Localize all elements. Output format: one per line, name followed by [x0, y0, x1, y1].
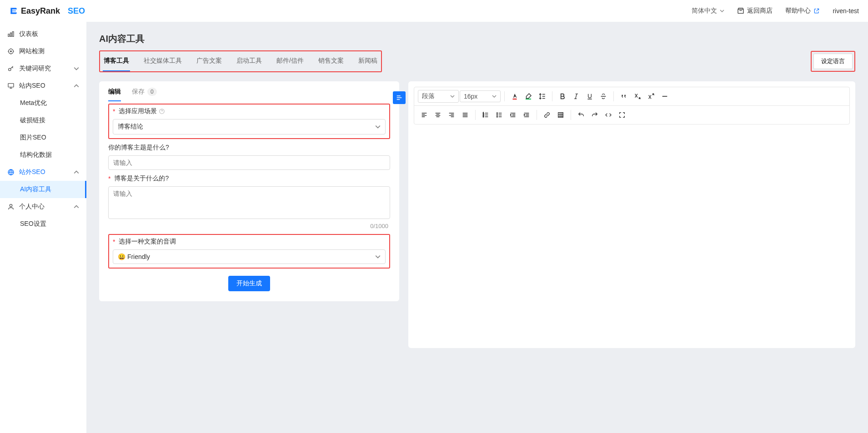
- logo-icon: [9, 6, 18, 15]
- ordered-list-icon[interactable]: 123: [479, 109, 492, 121]
- unordered-list-icon[interactable]: [493, 109, 506, 121]
- nav-keyword-label: 关键词研究: [19, 65, 51, 73]
- header-help[interactable]: 帮助中心: [785, 7, 820, 15]
- tab-launch[interactable]: 启动工具: [236, 53, 263, 71]
- nav-structured[interactable]: 结构化数据: [0, 146, 86, 164]
- form-tab-edit[interactable]: 编辑: [108, 88, 121, 101]
- svg-point-6: [9, 68, 11, 70]
- nav-broken[interactable]: 破损链接: [0, 112, 86, 129]
- header: EasyRank SEO 简体中文 返回商店 帮助中心 riven-test: [0, 0, 868, 22]
- nav-onsite-seo[interactable]: 站内SEO: [0, 77, 86, 95]
- tone-value: 😀 Friendly: [118, 253, 150, 260]
- nav-keyword[interactable]: 关键词研究: [0, 60, 86, 77]
- chevron-down-icon: [375, 254, 381, 259]
- set-language-button[interactable]: 设定语言: [813, 54, 853, 69]
- redo-icon[interactable]: [588, 109, 601, 121]
- align-left-icon[interactable]: [418, 109, 431, 121]
- nav-profile-label: 个人中心: [19, 203, 45, 211]
- chevron-down-icon: [492, 94, 497, 99]
- external-link-icon: [813, 8, 820, 14]
- nav-ai-tool[interactable]: AI内容工具: [0, 181, 86, 198]
- nav-onsite-label: 站内SEO: [19, 82, 45, 90]
- highlight-color-icon[interactable]: [522, 90, 535, 103]
- chevron-up-icon: [74, 83, 79, 89]
- header-back-store[interactable]: 返回商店: [737, 7, 773, 15]
- svg-rect-0: [738, 10, 743, 14]
- bold-icon[interactable]: [556, 90, 569, 103]
- tab-press[interactable]: 新闻稿: [357, 53, 378, 71]
- main: AI内容工具 博客工具 社交媒体工具 广告文案 启动工具 邮件/信件 销售文案 …: [86, 22, 868, 433]
- nav-offsite-seo[interactable]: 站外SEO: [0, 164, 86, 181]
- nav-site-check[interactable]: 网站检测: [0, 43, 86, 60]
- tab-blog[interactable]: 博客工具: [103, 53, 130, 71]
- svg-point-16: [497, 116, 497, 117]
- svg-rect-7: [8, 84, 14, 87]
- about-label: 博客是关于什么的?: [108, 174, 390, 183]
- tone-select[interactable]: 😀 Friendly: [113, 249, 386, 264]
- horizontal-rule-icon[interactable]: [658, 90, 671, 103]
- panel-toggle-icon[interactable]: [393, 91, 406, 104]
- scene-select[interactable]: 博客结论: [113, 119, 386, 134]
- fullscreen-icon[interactable]: [616, 109, 628, 121]
- tone-field-highlight: 选择一种文案的音调 😀 Friendly: [108, 234, 390, 269]
- header-help-label: 帮助中心: [785, 7, 811, 15]
- indent-icon[interactable]: [520, 109, 533, 121]
- header-language-select[interactable]: 简体中文: [692, 7, 724, 15]
- undo-icon[interactable]: [575, 109, 587, 121]
- logo-text-2: SEO: [68, 6, 85, 16]
- strikethrough-icon[interactable]: [597, 90, 610, 103]
- nav-dashboard-label: 仪表板: [19, 30, 38, 38]
- chevron-down-icon: [450, 94, 455, 99]
- nav-imgseo[interactable]: 图片SEO: [0, 129, 86, 146]
- table-icon[interactable]: [554, 109, 567, 121]
- svg-point-5: [10, 51, 12, 52]
- tab-mail[interactable]: 邮件/信件: [276, 53, 305, 71]
- editor-content[interactable]: [408, 130, 855, 348]
- nav-seo-settings[interactable]: SEO设置: [0, 215, 86, 233]
- help-icon[interactable]: [159, 108, 165, 114]
- subscript-icon[interactable]: [631, 90, 644, 103]
- chevron-up-icon: [74, 169, 79, 175]
- outdent-icon[interactable]: [507, 109, 519, 121]
- nav-meta[interactable]: Meta优化: [0, 95, 86, 112]
- form-tab-save[interactable]: 保存 0: [132, 88, 157, 101]
- tab-ad[interactable]: 广告文案: [196, 53, 223, 71]
- svg-rect-3: [12, 32, 14, 37]
- svg-text:3: 3: [483, 115, 484, 118]
- align-justify-icon[interactable]: [459, 109, 472, 121]
- quote-icon[interactable]: [617, 90, 630, 103]
- align-center-icon[interactable]: [431, 109, 444, 121]
- svg-rect-2: [10, 33, 12, 36]
- chevron-up-icon: [74, 204, 79, 209]
- underline-icon[interactable]: [583, 90, 596, 103]
- header-language-label: 简体中文: [692, 7, 717, 15]
- text-color-icon[interactable]: [508, 90, 521, 103]
- tab-sales[interactable]: 销售文案: [317, 53, 345, 71]
- key-icon: [7, 65, 15, 72]
- tab-social[interactable]: 社交媒体工具: [143, 53, 183, 71]
- about-char-count: 0/1000: [108, 223, 390, 229]
- nav-dashboard[interactable]: 仪表板: [0, 25, 86, 43]
- scene-value: 博客结论: [118, 123, 143, 131]
- editor-paragraph-select[interactable]: 段落: [418, 90, 459, 103]
- target-icon: [7, 48, 15, 55]
- content-tabs-highlight: 博客工具 社交媒体工具 广告文案 启动工具 邮件/信件 销售文案 新闻稿: [99, 50, 382, 72]
- divider: [613, 91, 614, 101]
- generate-button[interactable]: 开始生成: [228, 276, 270, 291]
- editor-fontsize-select[interactable]: 16px: [460, 90, 501, 102]
- nav-profile[interactable]: 个人中心: [0, 198, 86, 215]
- header-user[interactable]: riven-test: [833, 7, 859, 15]
- chevron-down-icon: [375, 124, 381, 129]
- align-right-icon[interactable]: [445, 109, 458, 121]
- svg-rect-1: [8, 34, 10, 36]
- italic-icon[interactable]: [570, 90, 582, 103]
- chevron-down-icon: [74, 66, 79, 71]
- superscript-icon[interactable]: [645, 90, 657, 103]
- nav-offsite-label: 站外SEO: [19, 168, 45, 176]
- line-height-icon[interactable]: [536, 90, 548, 103]
- scene-field-highlight: 选择应用场景 博客结论: [108, 104, 390, 139]
- link-icon[interactable]: [541, 109, 553, 121]
- topic-input[interactable]: [108, 155, 390, 170]
- about-textarea[interactable]: [108, 186, 390, 219]
- code-icon[interactable]: [602, 109, 615, 121]
